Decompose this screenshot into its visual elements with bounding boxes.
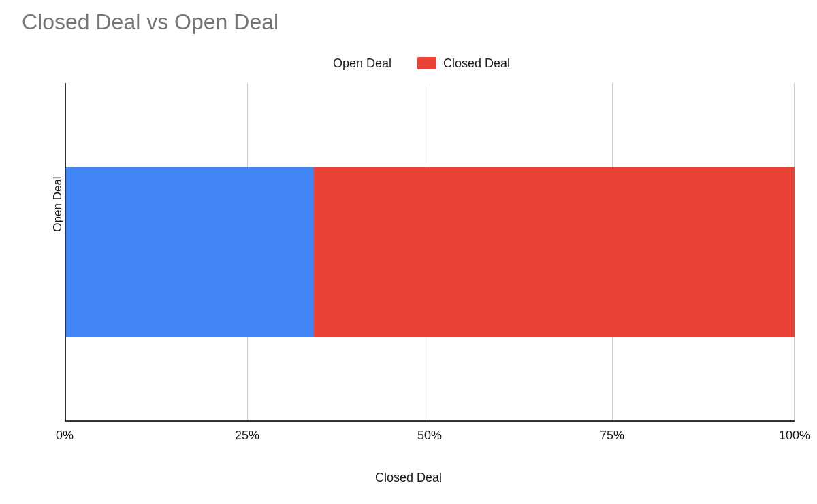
- stacked-bar: [66, 167, 795, 337]
- x-tick-50: 50%: [417, 429, 442, 443]
- y-axis-category-label: Open Deal: [51, 176, 65, 231]
- x-tick-75: 75%: [600, 429, 624, 443]
- x-tick-0: 0%: [56, 429, 74, 443]
- legend-swatch-open-deal: [307, 57, 326, 69]
- legend-swatch-closed-deal: [417, 57, 436, 69]
- x-axis-line: [65, 420, 795, 422]
- x-axis-label: Closed Deal: [0, 471, 817, 485]
- legend-label-open-deal: Open Deal: [333, 56, 391, 71]
- y-axis-line: [65, 83, 66, 422]
- legend-item-open-deal[interactable]: Open Deal: [307, 56, 391, 71]
- chart-title: Closed Deal vs Open Deal: [22, 10, 278, 35]
- legend: Open Deal Closed Deal: [0, 53, 817, 73]
- bar-segment-closed-deal[interactable]: [314, 167, 795, 337]
- x-tick-100: 100%: [779, 429, 810, 443]
- plot-area: [65, 83, 795, 422]
- x-axis-ticks: 0% 25% 50% 75% 100%: [65, 429, 795, 445]
- chart-container: Closed Deal vs Open Deal Open Deal Close…: [0, 0, 817, 504]
- legend-label-closed-deal: Closed Deal: [443, 56, 510, 71]
- bar-segment-open-deal[interactable]: [66, 167, 314, 337]
- legend-item-closed-deal[interactable]: Closed Deal: [417, 56, 510, 71]
- x-tick-25: 25%: [235, 429, 259, 443]
